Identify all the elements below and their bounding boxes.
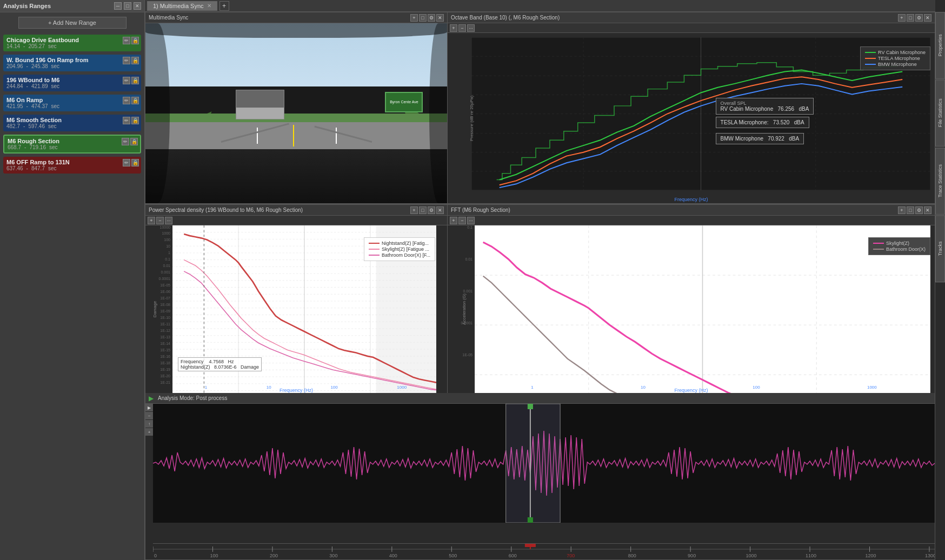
close-fft-btn[interactable]: ✕ <box>924 206 931 214</box>
range-edit-btn[interactable]: ✏ <box>122 138 129 145</box>
ruler-svg: 0 100 200 300 400 500 600 700 800 900 10… <box>153 544 935 560</box>
range-lock-btn[interactable]: 🔒 <box>131 159 139 166</box>
range-edit-btn[interactable]: ✏ <box>123 159 130 166</box>
close-video-btn[interactable]: ✕ <box>436 14 444 22</box>
psd-legend-label-3: Bathroom Door(X) [F... <box>382 252 430 258</box>
more-btn[interactable]: ··· <box>467 24 475 32</box>
octave-x-label: Frequency (Hz) <box>674 197 708 202</box>
range-lock-btn[interactable]: 🔒 <box>131 77 139 84</box>
y-axis-label: Pressure (dB re 20µPa) <box>469 95 474 141</box>
expand-btn[interactable]: + <box>898 14 906 22</box>
restore-fft-btn[interactable]: □ <box>907 206 914 214</box>
restore-psd-btn[interactable]: □ <box>419 206 427 214</box>
side-ctrl-1[interactable]: ▶ <box>145 404 153 411</box>
side-ctrl-2[interactable]: ~ <box>145 412 153 419</box>
range-item[interactable]: 196 WBound to M6 244.84 - 421.89 sec ✏ 🔒 <box>3 75 141 91</box>
svg-text:600: 600 <box>509 553 517 558</box>
play-button[interactable]: ▶ <box>149 395 154 402</box>
add-tab-btn[interactable]: + <box>219 1 229 11</box>
fft-tick: 0.01 <box>465 257 472 261</box>
range-lock-btn[interactable]: 🔒 <box>130 138 138 145</box>
fft-chart-area: Acceleration (G) <box>448 225 935 393</box>
range-edit-btn[interactable]: ✏ <box>123 97 130 104</box>
range-item[interactable]: Chicago Drive Eastbound 14.14 - 205.27 s… <box>3 35 141 51</box>
legend-color-tesla <box>865 58 876 59</box>
close-panel-btn[interactable]: ✕ <box>134 2 141 10</box>
range-times: 421.95 - 474.37 sec <box>6 103 138 109</box>
truck-cab <box>236 90 284 108</box>
fft-chart: FFT (M6 Rough Section) + □ ⚙ ✕ + − ··· A… <box>448 204 935 394</box>
range-times: 244.84 - 421.89 sec <box>6 83 138 89</box>
video-panel: Multimedia Sync + □ ⚙ ✕ <box>145 12 448 204</box>
zoom-psd-out[interactable]: − <box>156 217 164 224</box>
close-btn[interactable]: ✕ <box>924 14 931 22</box>
psd-y-label: Damage <box>152 301 157 317</box>
tab-multimedia-sync[interactable]: 1) Multimedia Sync ✕ <box>147 1 217 11</box>
restore-video-btn[interactable]: □ <box>419 14 427 22</box>
side-ctrl-3[interactable]: ↑ <box>145 420 153 428</box>
range-lock-btn[interactable]: 🔒 <box>131 37 139 44</box>
settings-btn[interactable]: ⚙ <box>915 14 923 22</box>
zoom-fft-out[interactable]: − <box>458 217 466 224</box>
psd-tick: 0.001 <box>161 270 170 274</box>
range-lock-btn[interactable]: 🔒 <box>131 57 139 64</box>
truck <box>236 90 284 119</box>
side-tab-tracks[interactable]: Tracks <box>935 215 945 282</box>
psd-tick: 1E-06 <box>160 290 170 294</box>
side-tab-trace-statistics[interactable]: Trace Statistics <box>935 148 945 215</box>
restore-btn[interactable]: □ <box>124 2 131 10</box>
svg-text:400: 400 <box>389 553 397 558</box>
side-tab-file-statistics[interactable]: File Statistics <box>935 79 945 146</box>
psd-tick: 1E-13 <box>160 335 170 339</box>
video-content: Byron Cente Ave <box>145 23 447 203</box>
minimize-btn[interactable]: ─ <box>114 2 122 10</box>
more-psd-btn[interactable]: ··· <box>165 217 172 224</box>
psd-header: Power Spectral density (196 WBound to M6… <box>145 205 447 216</box>
range-lock-btn[interactable]: 🔒 <box>131 97 139 104</box>
tab-close-btn[interactable]: ✕ <box>207 3 211 9</box>
waveform-svg <box>153 404 935 523</box>
fft-title: FFT (M6 Rough Section) <box>451 207 510 213</box>
side-tab-properties[interactable]: Properties <box>935 12 945 79</box>
range-name: 196 WBound to M6 <box>6 77 138 83</box>
range-unit: sec <box>49 144 58 150</box>
expand-fft-btn[interactable]: + <box>898 206 906 214</box>
side-ctrl-4[interactable]: + <box>145 428 153 436</box>
psd-tick: 1E-20 <box>160 374 170 378</box>
svg-text:0: 0 <box>154 553 157 558</box>
spl-bmw-value: BMW Microphone 70.922 dBA <box>721 136 800 142</box>
svg-text:800: 800 <box>628 553 636 558</box>
range-edit-btn[interactable]: ✏ <box>123 57 130 64</box>
settings-psd-btn[interactable]: ⚙ <box>428 206 435 214</box>
range-edit-btn[interactable]: ✏ <box>123 77 130 84</box>
panel-controls: ─ □ ✕ <box>114 2 141 10</box>
psd-tick: 1E-11 <box>160 322 170 326</box>
close-psd-btn[interactable]: ✕ <box>436 206 444 214</box>
range-start: 637.46 <box>6 165 23 171</box>
zoom-fft-in[interactable]: + <box>450 217 457 224</box>
psd-tick: 1E-15 <box>160 348 170 352</box>
range-item[interactable]: M6 OFF Ramp to 131N 637.46 - 847.7 sec ✏… <box>3 157 141 174</box>
zoom-out-btn[interactable]: − <box>458 24 466 32</box>
settings-video-btn[interactable]: ⚙ <box>428 14 435 22</box>
psd-tick: 1E-07 <box>160 296 170 300</box>
more-fft-btn[interactable]: ··· <box>467 217 475 224</box>
add-range-button[interactable]: + Add New Range <box>18 17 127 29</box>
range-lock-btn[interactable]: 🔒 <box>131 117 139 124</box>
range-item[interactable]: M6 Smooth Section 482.7 - 597.46 sec ✏ 🔒 <box>3 115 141 131</box>
range-item[interactable]: M6 Rough Section 668.7 - 719.16 sec ✏ 🔒 <box>3 135 141 154</box>
expand-video-btn[interactable]: + <box>410 14 418 22</box>
range-item[interactable]: W. Bound 196 On Ramp from 204.96 - 245.3… <box>3 55 141 71</box>
fft-legend-bathroom: Bathroom Door(X) <box>873 246 926 252</box>
range-edit-btn[interactable]: ✏ <box>123 37 130 44</box>
zoom-psd-in[interactable]: + <box>148 217 155 224</box>
fft-x-tick-100: 100 <box>753 385 760 390</box>
restore-btn[interactable]: □ <box>907 14 914 22</box>
psd-legend: Nightstand(Z) [Fatig... Skylight(Z) [Fat… <box>364 237 435 261</box>
range-edit-btn[interactable]: ✏ <box>123 117 130 124</box>
zoom-in-btn[interactable]: + <box>450 24 457 32</box>
settings-fft-btn[interactable]: ⚙ <box>915 206 923 214</box>
expand-psd-btn[interactable]: + <box>410 206 418 214</box>
range-item[interactable]: M6 On Ramp 421.95 - 474.37 sec ✏ 🔒 <box>3 95 141 111</box>
legend-label-rv: RV Cabin Microphone <box>878 50 926 55</box>
